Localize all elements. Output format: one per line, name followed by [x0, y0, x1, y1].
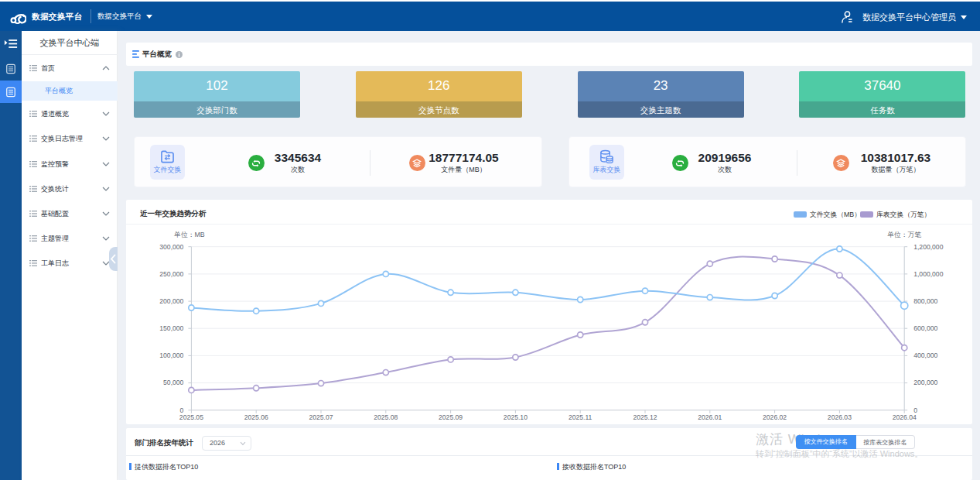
- svg-text:2026.04: 2026.04: [893, 413, 917, 421]
- svg-text:1,200,000: 1,200,000: [913, 243, 943, 251]
- svg-text:200,000: 200,000: [159, 297, 183, 305]
- svg-text:2025.10: 2025.10: [504, 413, 528, 421]
- svg-text:200,000: 200,000: [913, 379, 937, 386]
- svg-text:2026.01: 2026.01: [698, 413, 722, 421]
- svg-text:2025.08: 2025.08: [374, 413, 398, 421]
- svg-text:250,000: 250,000: [159, 270, 183, 278]
- svg-text:0: 0: [180, 406, 184, 414]
- svg-text:150,000: 150,000: [159, 324, 183, 332]
- svg-text:800,000: 800,000: [913, 297, 937, 305]
- svg-text:2025.06: 2025.06: [244, 413, 268, 421]
- svg-text:2025.12: 2025.12: [633, 413, 657, 421]
- svg-text:2025.09: 2025.09: [439, 413, 463, 421]
- svg-text:单位：MB: 单位：MB: [174, 231, 205, 238]
- svg-text:2025.07: 2025.07: [309, 413, 333, 421]
- svg-text:1,000,000: 1,000,000: [913, 270, 943, 278]
- svg-text:2025.11: 2025.11: [569, 413, 592, 421]
- svg-text:50,000: 50,000: [163, 379, 184, 386]
- svg-text:2026.02: 2026.02: [763, 413, 787, 421]
- svg-text:600,000: 600,000: [913, 324, 937, 332]
- svg-text:0: 0: [913, 406, 917, 414]
- svg-text:2026.03: 2026.03: [828, 413, 852, 421]
- svg-text:300,000: 300,000: [159, 243, 183, 251]
- svg-text:400,000: 400,000: [913, 351, 937, 359]
- svg-text:100,000: 100,000: [159, 351, 183, 359]
- svg-text:2025.05: 2025.05: [179, 413, 203, 421]
- svg-text:单位：万笔: 单位：万笔: [887, 231, 921, 238]
